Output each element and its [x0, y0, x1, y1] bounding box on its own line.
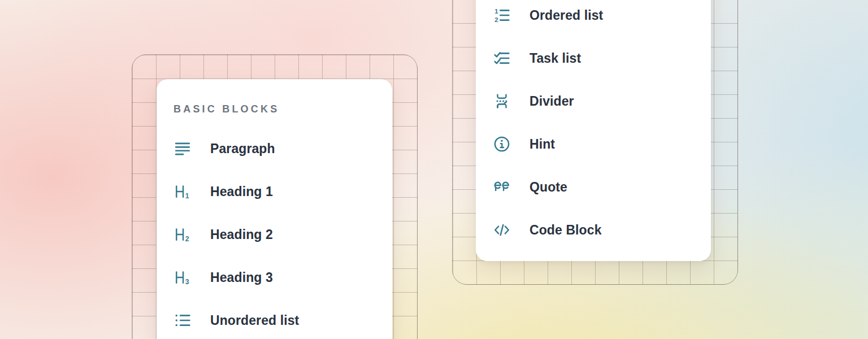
more-blocks-menu-list: 12Ordered listTask listDividerHintQuoteC…	[476, 0, 711, 251]
heading-2-icon: 2	[173, 225, 192, 244]
menu-item-label: Quote	[530, 180, 567, 195]
menu-item-paragraph[interactable]: Paragraph	[157, 127, 392, 170]
menu-item-label: Task list	[530, 51, 581, 66]
menu-item-label: Divider	[530, 94, 574, 109]
svg-text:2: 2	[494, 16, 498, 23]
ordered-list-icon: 12	[493, 6, 511, 24]
menu-item-label: Heading 2	[210, 227, 273, 242]
svg-text:3: 3	[185, 278, 189, 286]
menu-item-ordered-list[interactable]: 12Ordered list	[476, 0, 711, 37]
menu-item-code-block[interactable]: Code Block	[476, 208, 711, 251]
menu-item-unordered-list[interactable]: Unordered list	[157, 299, 392, 339]
basic-blocks-menu-card: BASIC BLOCKS Paragraph1Heading 12Heading…	[157, 79, 392, 339]
more-blocks-menu-card: 12Ordered listTask listDividerHintQuoteC…	[476, 0, 711, 261]
menu-item-task-list[interactable]: Task list	[476, 37, 711, 80]
menu-item-label: Unordered list	[210, 313, 299, 328]
menu-item-label: Heading 3	[210, 270, 273, 285]
menu-item-label: Hint	[530, 137, 555, 152]
menu-item-label: Paragraph	[210, 141, 275, 157]
menu-item-divider[interactable]: Divider	[476, 80, 711, 123]
svg-text:1: 1	[494, 8, 498, 15]
menu-item-label: Code Block	[530, 223, 602, 238]
heading-3-icon: 3	[173, 268, 192, 286]
menu-item-label: Ordered list	[530, 8, 603, 23]
menu-item-label: Heading 1	[210, 184, 273, 199]
section-label-basic-blocks: BASIC BLOCKS	[173, 99, 392, 119]
quote-icon	[493, 178, 511, 196]
heading-1-icon: 1	[173, 182, 192, 201]
editor-blocks-illustration: BASIC BLOCKS Paragraph1Heading 12Heading…	[0, 0, 868, 339]
basic-blocks-menu-list: Paragraph1Heading 12Heading 23Heading 3U…	[157, 127, 392, 339]
menu-item-heading-2[interactable]: 2Heading 2	[157, 213, 392, 256]
menu-item-heading-3[interactable]: 3Heading 3	[157, 256, 392, 299]
menu-item-heading-1[interactable]: 1Heading 1	[157, 170, 392, 213]
divider-icon	[493, 92, 511, 110]
svg-text:1: 1	[185, 192, 189, 200]
hint-icon	[493, 135, 511, 153]
menu-item-hint[interactable]: Hint	[476, 123, 711, 166]
menu-item-quote[interactable]: Quote	[476, 166, 711, 208]
svg-text:2: 2	[185, 235, 189, 243]
unordered-list-icon	[173, 311, 192, 329]
paragraph-icon	[173, 140, 192, 158]
code-block-icon	[493, 221, 511, 239]
task-list-icon	[493, 49, 511, 67]
